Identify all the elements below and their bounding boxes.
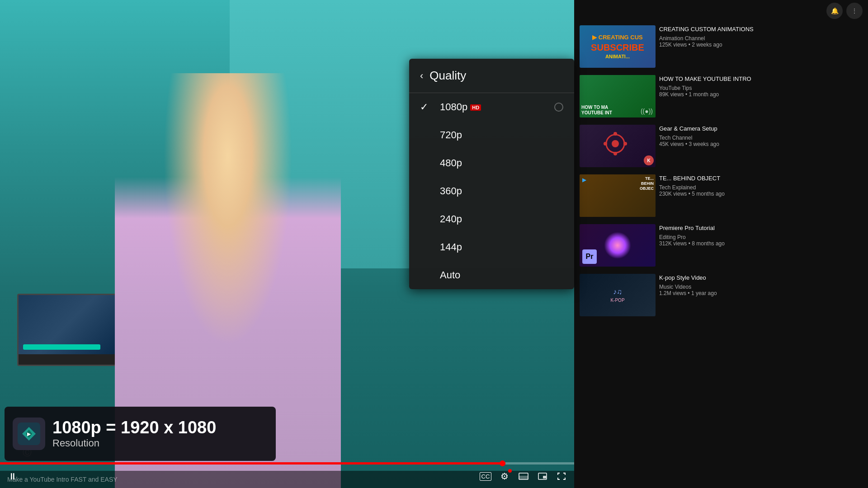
svg-rect-6 [543,476,546,479]
quality-label-144p: 144p [440,241,563,253]
quality-label-240p: 240p [440,213,563,225]
miniplayer-button[interactable] [535,469,550,483]
rec-channel-2: YouTube Tips [659,85,863,91]
rec-info-1: CREATING CUSTOM ANIMATIONS Animation Cha… [659,25,863,68]
progress-bar-fill [0,462,505,465]
rec-meta-3: 45K views • 3 weeks ago [659,141,863,147]
rec-item-2[interactable]: HOW TO MAYOUTUBE INT ((●)) HOW TO MAKE Y… [574,71,868,121]
rec-item-3[interactable]: K Gear & Camera Setup Tech Channel 45K v… [574,121,868,171]
premiere-badge: Pr [582,249,597,264]
rec-meta-4: 230K views • 5 months ago [659,191,863,197]
hd-badge: HD [470,104,481,111]
monitor-screen [19,295,115,354]
rec-meta-6: 1.2M views • 1 year ago [659,290,863,296]
cursor-hover [554,103,563,112]
rec-thumb-3: K [580,125,656,167]
rec-item-6[interactable]: ♪♫ K-POP K-pop Style Video Music Videos … [574,270,868,320]
quality-label-720p: 720p [440,129,563,141]
rec-channel-5: Editing Pro [659,234,863,240]
rec-thumb-2: HOW TO MAYOUTUBE INT ((●)) [580,75,656,117]
right-sidebar: 🔔 ⋮ ▶ CREATING CUS SUBSCRIBE ANIMATI... … [574,0,868,488]
fullscreen-button[interactable] [554,469,569,483]
app-logo: ▶ [13,418,45,450]
rec-title-4: TE... BEHIND OBJECT [659,174,863,183]
svg-rect-4 [519,476,528,479]
quality-label-360p: 360p [440,185,563,197]
quality-option-720p[interactable]: 720p [409,121,574,149]
rec-meta-5: 312K views • 8 months ago [659,240,863,247]
sidebar-top-bar: 🔔 ⋮ [574,0,868,22]
rec-channel-6: Music Videos [659,284,863,290]
rec-meta-1: 125K views • 2 weeks ago [659,42,863,48]
rec-thumb-1: ▶ CREATING CUS SUBSCRIBE ANIMATI... [580,25,656,68]
quality-option-auto[interactable]: Auto [409,261,574,289]
sidebar-bell-button[interactable]: 🔔 [826,3,843,19]
progress-bar-container[interactable] [0,462,574,465]
resolution-label: Resolution [52,437,216,449]
quality-option-144p[interactable]: 144p [409,233,574,261]
cc-button[interactable]: CC [478,469,493,483]
quality-option-240p[interactable]: 240p [409,205,574,233]
resolution-text-block: 1080p = 868 x 488 Resolution [52,418,216,449]
rec-item-1[interactable]: ▶ CREATING CUS SUBSCRIBE ANIMATI... CREA… [574,22,868,71]
recommended-list[interactable]: ▶ CREATING CUS SUBSCRIBE ANIMATI... CREA… [574,22,868,488]
svg-point-8 [612,140,619,147]
quality-label-480p: 480p [440,157,563,169]
rec-channel-1: Animation Channel [659,35,863,42]
quality-label-1080p: 1080pHD [440,101,563,113]
rec-title-3: Gear & Camera Setup [659,125,863,133]
svg-point-10 [604,142,607,145]
progress-dot [500,460,505,466]
quality-back-button[interactable]: ‹ [420,70,423,82]
settings-button[interactable]: ⚙ [497,469,512,483]
rec-thumb-6: ♪♫ K-POP [580,274,656,316]
play-pause-button[interactable]: ⏸ [5,469,20,483]
rec-info-2: HOW TO MAKE YOUTUBE INTRO YouTube Tips 8… [659,75,863,117]
sidebar-more-button[interactable]: ⋮ [846,3,863,19]
video-monitor [17,294,117,366]
rec-info-4: TE... BEHIND OBJECT Tech Explained 230K … [659,174,863,217]
bottom-controls: ⏸ CC ⚙ [0,469,574,483]
rec-item-4[interactable]: ▶ TE...BEHINOBJEC TE... BEHIND OBJECT Te… [574,171,868,221]
svg-point-12 [613,132,617,136]
rec-info-5: Premiere Pro Tutorial Editing Pro 312K v… [659,224,863,267]
rec-info-6: K-pop Style Video Music Videos 1.2M view… [659,274,863,316]
rec-channel-3: Tech Channel [659,135,863,141]
rec-title-6: K-pop Style Video [659,274,863,282]
quality-checkmark: ✓ [420,101,433,113]
rec-info-3: Gear & Camera Setup Tech Channel 45K vie… [659,125,863,167]
quality-menu-header: ‹ Quality [409,59,574,93]
rec-meta-2: 89K views • 1 month ago [659,91,863,98]
rec-channel-4: Tech Explained [659,184,863,191]
svg-text:▶: ▶ [27,432,31,436]
quality-label-auto: Auto [440,269,563,281]
svg-point-11 [613,152,617,155]
rec-title-1: CREATING CUSTOM ANIMATIONS [659,25,863,33]
resolution-value: 1080p = 868 x 488 [52,418,216,437]
resolution-info-overlay: ▶ 1080p = 868 x 488 Resolution [5,407,276,461]
quality-menu-title: Quality [429,69,466,83]
quality-option-480p[interactable]: 480p [409,149,574,177]
rec-thumb-5: Pr [580,224,656,267]
rec-title-2: HOW TO MAKE YOUTUBE INTRO [659,75,863,83]
rec-thumb-4: ▶ TE...BEHINOBJEC [580,174,656,217]
quality-menu[interactable]: ‹ Quality ✓ 1080pHD 720p 480p 360p 240p … [409,59,574,289]
svg-point-9 [623,142,627,145]
rec-title-5: Premiere Pro Tutorial [659,224,863,232]
rec-item-5[interactable]: Pr Premiere Pro Tutorial Editing Pro 312… [574,221,868,270]
quality-option-360p[interactable]: 360p [409,177,574,205]
quality-option-1080p[interactable]: ✓ 1080pHD [409,93,574,121]
theater-mode-button[interactable] [516,469,531,483]
